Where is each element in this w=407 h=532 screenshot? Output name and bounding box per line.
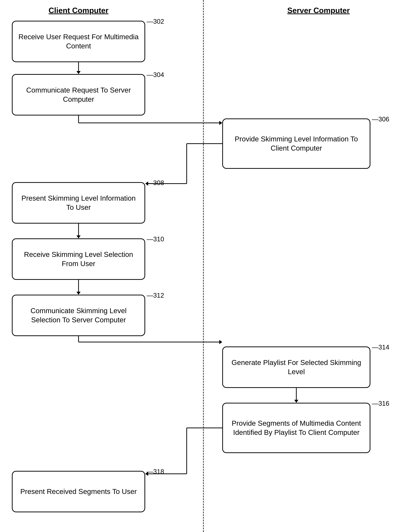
box304: Communicate Request To Server Computer — [12, 74, 145, 115]
ref-box314: —314 — [372, 343, 389, 351]
client-computer-header: Client Computer — [12, 6, 145, 15]
box302: Receive User Request For Multimedia Cont… — [12, 21, 145, 62]
ref-box308: —308 — [147, 179, 164, 187]
ref-box318: —318 — [147, 468, 164, 475]
svg-marker-19 — [294, 400, 298, 403]
ref-box302: —302 — [147, 18, 164, 25]
ref-box310: —310 — [147, 236, 164, 243]
ref-box316: —316 — [372, 400, 389, 407]
svg-marker-5 — [219, 121, 222, 125]
ref-box312: —312 — [147, 292, 164, 299]
svg-marker-11 — [77, 236, 81, 238]
box306: Provide Skimming Level Information To Cl… — [222, 118, 370, 169]
box308: Present Skimming Level Information To Us… — [12, 182, 145, 224]
server-computer-header: Server Computer — [252, 6, 385, 15]
svg-marker-17 — [219, 340, 222, 344]
ref-box304: —304 — [147, 71, 164, 78]
svg-marker-1 — [77, 71, 81, 74]
svg-marker-13 — [77, 292, 81, 295]
box312: Communicate Skimming Level Selection To … — [12, 295, 145, 336]
box316: Provide Segments of Multimedia Content I… — [222, 403, 370, 453]
box318: Present Received Segments To User — [12, 471, 145, 512]
box310: Receive Skimming Level Selection From Us… — [12, 238, 145, 280]
column-divider — [203, 0, 204, 532]
box314: Generate Playlist For Selected Skimming … — [222, 346, 370, 388]
ref-box306: —306 — [372, 115, 389, 123]
diagram-container: Client Computer Server Computer — [0, 0, 407, 532]
